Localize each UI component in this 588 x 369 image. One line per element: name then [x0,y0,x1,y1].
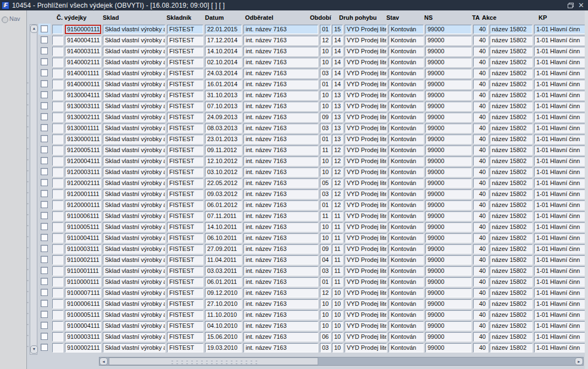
cell-sklad[interactable]: Sklad vlastní výrobky a [103,102,165,111]
cell-obdobi-mesic[interactable]: 03 [320,343,331,353]
cell-odberatel[interactable]: int. název 7163 [243,113,318,122]
cell-ns[interactable]: 99000 [425,91,471,100]
cell-obdobi-mesic[interactable]: 01 [320,80,331,89]
cell-datum[interactable]: 09.12.2010 [205,288,242,298]
cell-akce[interactable]: název 15802 [490,343,532,353]
cell-druh-pohybu[interactable]: VYD Prodej liter. [345,146,387,155]
cell-druh-pohybu[interactable]: VYD Prodej liter. [345,80,387,89]
cell-obdobi-rok[interactable]: 10 [332,310,343,320]
cell-ta[interactable]: 40 [473,244,488,254]
cell-akce[interactable]: název 15802 [490,200,532,210]
row-selector-cell[interactable] [52,47,63,56]
cell-obdobi-rok[interactable]: 11 [332,233,343,243]
cell-cislo-vydejky[interactable]: 9100006111 [65,299,101,309]
cell-obdobi-rok[interactable]: 11 [332,211,343,221]
cell-datum[interactable]: 02.10.2014 [205,58,242,67]
cell-ta[interactable]: 40 [473,277,488,287]
cell-cislo-vydejky[interactable]: 9120005111 [65,146,101,155]
cell-akce[interactable]: název 15802 [490,222,532,232]
cell-datum[interactable]: 24.03.2014 [205,69,242,78]
cell-druh-pohybu[interactable]: VYD Prodej liter. [345,135,387,144]
cell-ns[interactable]: 99000 [425,343,471,353]
row-selector-cell[interactable] [52,200,63,210]
cell-datum[interactable]: 06.01.2012 [205,200,242,210]
row-selector-cell[interactable] [52,233,63,243]
row-checkbox[interactable] [41,201,48,208]
cell-obdobi-rok[interactable]: 15 [332,25,343,34]
cell-stav[interactable]: Kontován [389,146,424,155]
cell-skladnik[interactable]: FISTEST [167,332,203,342]
cell-obdobi-rok[interactable]: 12 [332,200,343,210]
cell-akce[interactable]: název 15802 [490,310,532,320]
cell-obdobi-rok[interactable]: 14 [332,58,343,67]
cell-cislo-vydejky[interactable]: 9110006111 [65,211,101,221]
cell-druh-pohybu[interactable]: VYD Prodej liter. [345,277,387,287]
cell-sklad[interactable]: Sklad vlastní výrobky a [103,36,165,45]
cell-kp[interactable]: 1-01 Hlavní činn [534,36,585,45]
cell-obdobi-mesic[interactable]: 01 [320,200,331,210]
cell-obdobi-mesic[interactable]: 01 [320,277,331,287]
cell-cislo-vydejky[interactable]: 9120003111 [65,167,101,177]
cell-datum[interactable]: 04.10.2010 [205,321,242,331]
row-checkbox[interactable] [41,344,48,351]
cell-druh-pohybu[interactable]: VYD Prodej liter. [345,244,387,254]
cell-datum[interactable]: 14.10.2011 [205,222,242,232]
cell-obdobi-rok[interactable]: 12 [332,178,343,188]
cell-odberatel[interactable]: int. název 7163 [243,102,318,111]
row-checkbox[interactable] [41,333,48,340]
cell-datum[interactable]: 19.03.2010 [205,343,242,353]
row-selector-cell[interactable] [52,288,63,298]
cell-odberatel[interactable]: int. název 7163 [243,255,318,265]
row-checkbox[interactable] [41,135,48,142]
cell-odberatel[interactable]: int. název 7163 [243,211,318,221]
row-selector-cell[interactable] [52,266,63,276]
row-selector-cell[interactable] [52,343,63,353]
cell-cislo-vydejky[interactable]: 9110002111 [65,255,101,265]
cell-ns[interactable]: 99000 [425,178,471,188]
cell-druh-pohybu[interactable]: VYD Prodej liter. [345,69,387,78]
cell-skladnik[interactable]: FISTEST [167,135,203,144]
cell-obdobi-mesic[interactable]: 03 [320,266,331,276]
cell-akce[interactable]: název 15802 [490,146,532,155]
cell-druh-pohybu[interactable]: VYD Prodej liter. [345,332,387,342]
cell-akce[interactable]: název 15802 [490,69,532,78]
cell-ns[interactable]: 99000 [425,310,471,320]
cell-akce[interactable]: název 15802 [490,113,532,122]
row-checkbox[interactable] [41,168,48,175]
cell-akce[interactable]: název 15802 [490,189,532,199]
cell-kp[interactable]: 1-01 Hlavní činn [534,47,585,56]
cell-kp[interactable]: 1-01 Hlavní činn [534,58,585,67]
cell-odberatel[interactable]: int. název 7163 [243,310,318,320]
cell-akce[interactable]: název 15802 [490,102,532,111]
cell-stav[interactable]: Kontován [389,189,424,199]
cell-obdobi-rok[interactable]: 13 [332,124,343,133]
cell-datum[interactable]: 15.06.2010 [205,332,242,342]
cell-odberatel[interactable]: int. název 7163 [243,200,318,210]
cell-stav[interactable]: Kontován [389,288,424,298]
row-checkbox[interactable] [41,36,48,43]
cell-akce[interactable]: název 15802 [490,91,532,100]
cell-odberatel[interactable]: int. název 7163 [243,124,318,133]
cell-stav[interactable]: Kontován [389,321,424,331]
cell-odberatel[interactable]: int. název 7163 [243,288,318,298]
cell-obdobi-rok[interactable]: 11 [332,244,343,254]
cell-skladnik[interactable]: FISTEST [167,321,203,331]
row-checkbox[interactable] [41,190,48,197]
cell-datum[interactable]: 12.10.2012 [205,156,242,166]
cell-datum[interactable]: 31.10.2013 [205,91,242,100]
cell-cislo-vydejky[interactable]: 9140003111 [65,47,101,56]
cell-kp[interactable]: 1-01 Hlavní činn [534,255,585,265]
row-checkbox[interactable] [41,322,48,329]
cell-kp[interactable]: 1-01 Hlavní činn [534,167,585,177]
cell-skladnik[interactable]: FISTEST [167,189,203,199]
cell-skladnik[interactable]: FISTEST [167,113,203,122]
cell-druh-pohybu[interactable]: VYD Prodej liter. [345,321,387,331]
cell-druh-pohybu[interactable]: VYD Prodej liter. [345,36,387,45]
cell-ta[interactable]: 40 [473,211,488,221]
cell-skladnik[interactable]: FISTEST [167,167,203,177]
cell-akce[interactable]: název 15802 [490,58,532,67]
cell-obdobi-mesic[interactable]: 12 [320,288,331,298]
cell-odberatel[interactable]: int. název 7163 [243,222,318,232]
cell-akce[interactable]: název 15802 [490,178,532,188]
cell-obdobi-mesic[interactable]: 10 [320,299,331,309]
